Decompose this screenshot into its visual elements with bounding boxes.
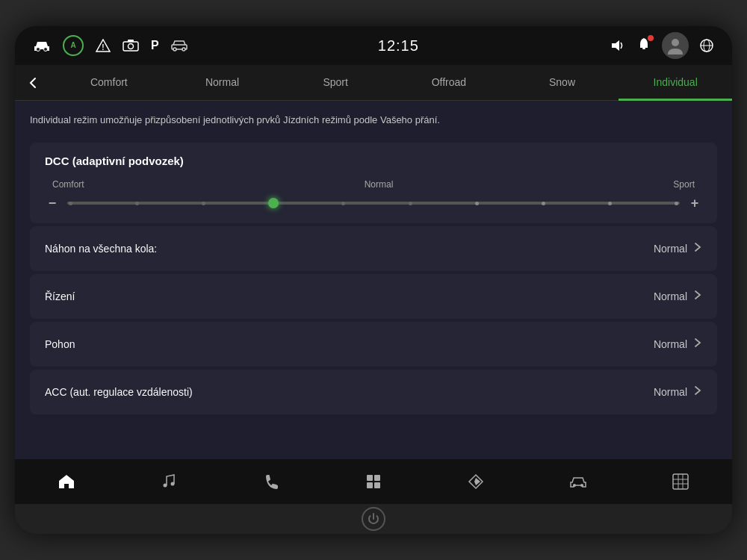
svg-point-7 xyxy=(173,48,176,51)
svg-rect-17 xyxy=(374,475,380,481)
setting-value-pohon: Normal xyxy=(654,338,687,350)
slider-dot-7 xyxy=(475,202,479,205)
tab-offroad[interactable]: Offroad xyxy=(392,65,506,101)
setting-row-nahon[interactable]: Náhon na všechna kola: Normal xyxy=(30,226,717,271)
notification-icon xyxy=(636,37,651,55)
car-display: A ! P xyxy=(15,26,732,534)
slider-track[interactable] xyxy=(67,202,680,205)
car-icon xyxy=(33,39,51,52)
slider-container: − xyxy=(45,196,702,211)
notification-badge xyxy=(648,35,654,41)
back-button[interactable] xyxy=(15,65,52,100)
setting-label-nahon: Náhon na všechna kola: xyxy=(45,243,157,255)
status-bar: A ! P xyxy=(15,26,732,65)
slider-label-normal: Normal xyxy=(365,179,394,190)
setting-value-area-nahon: Normal xyxy=(654,241,702,256)
svg-rect-5 xyxy=(128,40,134,42)
status-icons-right xyxy=(610,32,714,59)
slider-plus-button[interactable]: + xyxy=(687,196,702,211)
power-area xyxy=(15,504,732,534)
adaptive-icon: A xyxy=(63,35,84,56)
chevron-icon-rizeni xyxy=(693,289,702,304)
power-button[interactable] xyxy=(362,507,385,531)
chevron-icon-acc xyxy=(693,385,702,399)
slider-dot-2 xyxy=(135,202,139,205)
svg-point-0 xyxy=(37,48,40,52)
setting-label-acc: ACC (aut. regulace vzdálenosti) xyxy=(45,386,193,398)
svg-rect-9 xyxy=(642,48,645,49)
warning-icon: ! xyxy=(96,39,111,52)
camera-icon xyxy=(123,39,139,52)
main-content: Individual režim umožňuje přizpůsobení j… xyxy=(15,101,732,459)
svg-text:!: ! xyxy=(102,43,104,52)
status-time: 12:15 xyxy=(378,37,419,55)
setting-label-rizeni: Řízení xyxy=(45,290,75,302)
setting-value-nahon: Normal xyxy=(654,243,687,255)
svg-rect-19 xyxy=(374,482,380,488)
svg-point-20 xyxy=(573,484,576,487)
tab-normal[interactable]: Normal xyxy=(166,65,279,101)
svg-point-10 xyxy=(672,39,679,46)
slider-labels: Comfort Normal Sport xyxy=(45,179,702,190)
svg-point-4 xyxy=(128,44,134,49)
tab-comfort[interactable]: Comfort xyxy=(52,65,166,101)
settings-car-icon xyxy=(171,39,187,52)
slider-dot-10 xyxy=(675,202,678,205)
slider-dot-active xyxy=(268,198,279,208)
tab-bar: Comfort Normal Sport Offroad Snow Indivi… xyxy=(15,65,732,101)
setting-value-area-pohon: Normal xyxy=(654,337,702,352)
nav-music[interactable] xyxy=(152,465,185,498)
nav-grid[interactable] xyxy=(664,465,697,498)
tab-snow[interactable]: Snow xyxy=(506,65,619,101)
setting-row-rizeni[interactable]: Řízení Normal xyxy=(30,274,717,319)
slider-dot-5 xyxy=(341,202,345,205)
tab-sport[interactable]: Sport xyxy=(279,65,392,101)
slider-dot-8 xyxy=(542,202,545,205)
svg-rect-22 xyxy=(673,474,688,489)
bottom-nav xyxy=(15,459,732,504)
svg-point-8 xyxy=(182,48,185,51)
user-avatar xyxy=(662,32,689,59)
parking-icon: P xyxy=(151,39,159,52)
setting-value-rizeni: Normal xyxy=(654,290,687,302)
svg-rect-16 xyxy=(367,475,373,481)
setting-value-area-rizeni: Normal xyxy=(654,289,702,304)
nav-vehicle[interactable] xyxy=(562,465,595,498)
setting-row-acc[interactable]: ACC (aut. regulace vzdálenosti) Normal xyxy=(30,370,717,414)
slider-label-comfort: Comfort xyxy=(52,179,84,190)
globe-icon xyxy=(699,38,714,53)
svg-point-15 xyxy=(170,482,174,486)
setting-row-pohon[interactable]: Pohon Normal xyxy=(30,322,717,367)
nav-phone[interactable] xyxy=(255,465,288,498)
svg-point-14 xyxy=(163,484,167,488)
slider-dot-6 xyxy=(409,202,412,205)
slider-dot-3 xyxy=(202,202,205,205)
tab-individual[interactable]: Individual xyxy=(619,65,732,101)
slider-label-sport: Sport xyxy=(673,179,695,190)
setting-label-pohon: Pohon xyxy=(45,338,75,350)
chevron-icon-nahon xyxy=(693,241,702,256)
dcc-title: DCC (adaptivní podvozek) xyxy=(45,155,702,167)
status-icons-left: A ! P xyxy=(33,35,187,56)
slider-minus-button[interactable]: − xyxy=(45,196,60,211)
setting-value-acc: Normal xyxy=(654,386,687,398)
volume-icon xyxy=(610,39,626,52)
svg-point-1 xyxy=(44,48,48,52)
nav-home[interactable] xyxy=(50,465,83,498)
chevron-icon-pohon xyxy=(693,337,702,352)
slider-dot-9 xyxy=(608,202,612,205)
dcc-section: DCC (adaptivní podvozek) Comfort Normal … xyxy=(30,143,717,223)
svg-point-21 xyxy=(580,484,583,487)
svg-rect-18 xyxy=(367,482,373,488)
setting-value-area-acc: Normal xyxy=(654,385,702,399)
nav-navigation[interactable] xyxy=(459,465,492,498)
slider-dot-1 xyxy=(69,202,72,205)
description-text: Individual režim umožňuje přizpůsobení j… xyxy=(30,113,717,128)
nav-apps[interactable] xyxy=(357,465,390,498)
drive-mode-tabs: Comfort Normal Sport Offroad Snow Indivi… xyxy=(52,65,732,100)
